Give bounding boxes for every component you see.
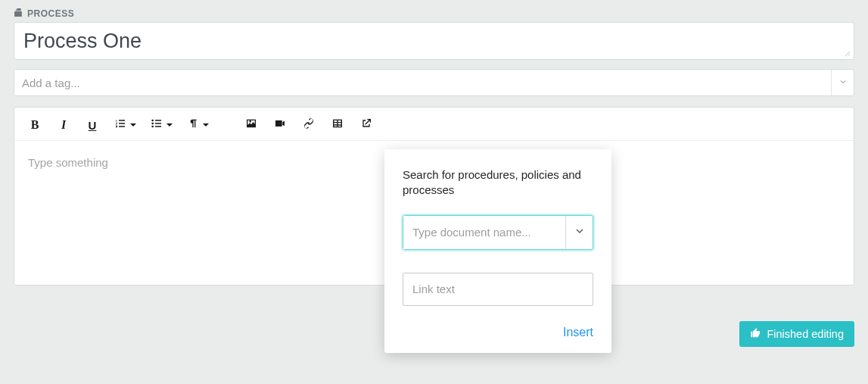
- caret-down-icon: [166, 123, 173, 126]
- insert-link-popover: Search for procedures, policies and proc…: [384, 149, 611, 353]
- underline-button[interactable]: U: [78, 114, 107, 136]
- svg-point-1: [151, 123, 154, 125]
- insert-table-button[interactable]: [323, 114, 352, 136]
- chevron-down-icon: [838, 76, 848, 89]
- link-text-input[interactable]: [403, 273, 593, 306]
- unordered-list-icon: [151, 117, 163, 133]
- table-icon: [331, 117, 344, 133]
- editor-placeholder: Type something: [28, 156, 108, 169]
- svg-point-0: [151, 120, 154, 122]
- process-title-container: Process One: [14, 22, 854, 60]
- section-label-text: PROCESS: [27, 8, 74, 19]
- insert-video-button[interactable]: [266, 114, 294, 136]
- finished-editing-button[interactable]: Finished editing: [739, 321, 854, 347]
- ordered-list-icon: [114, 117, 126, 133]
- ordered-list-button[interactable]: [107, 114, 143, 136]
- process-title-input[interactable]: Process One: [14, 23, 854, 59]
- link-icon: [303, 117, 315, 133]
- tag-field: [14, 69, 854, 96]
- insert-external-link-button[interactable]: [352, 114, 381, 136]
- popover-heading: Search for procedures, policies and proc…: [403, 167, 593, 198]
- document-search-dropdown-button[interactable]: [565, 216, 593, 249]
- pilcrow-icon: [187, 117, 199, 133]
- finished-editing-label: Finished editing: [767, 328, 844, 340]
- insert-link-button[interactable]: [294, 114, 323, 136]
- document-search-input[interactable]: [403, 216, 565, 249]
- thumbs-up-icon: [750, 327, 761, 341]
- video-icon: [274, 117, 286, 133]
- svg-point-2: [151, 126, 154, 128]
- section-label: PROCESS: [14, 8, 854, 20]
- tag-input[interactable]: [14, 70, 831, 95]
- bold-button[interactable]: B: [20, 114, 49, 136]
- editor-toolbar: B I U: [14, 108, 854, 141]
- external-link-icon: [360, 117, 372, 133]
- italic-icon: I: [61, 118, 66, 132]
- document-stack-icon: [14, 8, 23, 20]
- insert-image-button[interactable]: [237, 114, 266, 136]
- popover-actions: Insert: [403, 326, 593, 339]
- paragraph-format-button[interactable]: [179, 114, 216, 136]
- underline-icon: U: [89, 119, 97, 132]
- image-icon: [245, 117, 257, 133]
- bold-icon: B: [31, 118, 39, 132]
- insert-button[interactable]: Insert: [563, 326, 593, 339]
- chevron-down-icon: [574, 225, 586, 240]
- caret-down-icon: [203, 123, 209, 126]
- document-search-combo: [403, 215, 593, 250]
- italic-button[interactable]: I: [49, 114, 78, 136]
- unordered-list-button[interactable]: [143, 114, 179, 136]
- tag-dropdown-button[interactable]: [831, 70, 854, 95]
- caret-down-icon: [130, 123, 136, 126]
